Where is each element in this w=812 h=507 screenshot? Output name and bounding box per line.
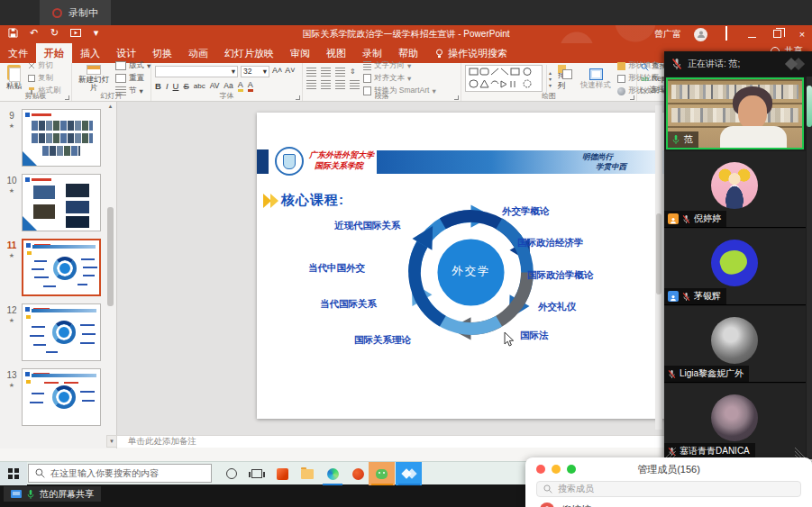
clipboard-dialog-launcher[interactable] (65, 95, 69, 100)
font-size-combo[interactable]: 32▾ (241, 66, 269, 77)
columns-button[interactable] (350, 80, 360, 89)
paste-button[interactable]: 粘贴 (4, 65, 24, 92)
participant-tile[interactable]: 塞语青青DANICA (664, 384, 806, 459)
slides-group: 新建幻灯片 版式 ▾ 重置 节 ▾ 幻灯片 (72, 63, 151, 101)
minimize-button[interactable] (745, 29, 758, 40)
align-left-button[interactable] (306, 80, 316, 89)
account-name[interactable]: 曾广富 (654, 28, 681, 41)
grow-font-button[interactable]: A˄ (272, 66, 282, 77)
thumbnail-slide-12[interactable]: 12 ★ (2, 303, 116, 361)
member-search-input[interactable]: 搜索成员 (536, 481, 801, 497)
align-right-button[interactable] (335, 80, 345, 89)
restore-button[interactable] (771, 29, 783, 40)
bold-button[interactable]: B (155, 81, 161, 91)
italic-button[interactable]: I (166, 81, 169, 91)
wechat-app-button[interactable] (369, 462, 395, 485)
animation-star-icon: ★ (9, 187, 14, 195)
recording-indicator[interactable]: 录制中 (40, 0, 111, 25)
shapes-gallery-scroll[interactable]: ▴▾▾ (546, 65, 552, 92)
select-button[interactable]: ▷选择 (641, 85, 667, 95)
notes-area[interactable]: 单击此处添加备注 (117, 435, 664, 448)
participant-tile[interactable]: 倪婷婷 (664, 151, 806, 228)
tell-me-search[interactable]: 操作说明搜索 (426, 43, 516, 63)
copy-button[interactable]: 复制 (28, 73, 61, 84)
shape-outline-icon (617, 75, 625, 83)
strikethrough-button[interactable]: S (183, 81, 188, 91)
panel-scrollbar[interactable] (807, 77, 812, 459)
new-slide-button[interactable]: 新建幻灯片 (76, 65, 112, 92)
shadow-button[interactable]: abc (194, 82, 205, 90)
text-direction-icon (363, 61, 371, 70)
shapes-gallery[interactable] (465, 65, 543, 92)
thumbnail-slide-13[interactable]: 13 ★ (2, 368, 116, 426)
thumbnail-image (22, 303, 101, 361)
font-name-combo[interactable]: ▾ (155, 66, 238, 77)
tab-animations[interactable]: 动画 (180, 43, 216, 63)
tab-slideshow[interactable]: 幻灯片放映 (216, 43, 282, 63)
close-button[interactable]: × (796, 29, 808, 40)
thumbnail-slide-11-selected[interactable]: 11 ★ (2, 239, 116, 296)
underline-button[interactable]: U (173, 81, 179, 91)
slide-number: 9 (9, 111, 14, 121)
thumbnail-scrollbar[interactable]: ▲ ▼ (106, 104, 114, 446)
tab-insert[interactable]: 插入 (72, 43, 108, 63)
edge-browser-button[interactable] (320, 462, 345, 485)
replace-button[interactable]: abRep (641, 74, 667, 83)
active-indicator (398, 484, 420, 485)
cortana-button[interactable] (219, 462, 244, 485)
scrollbar-thumb[interactable] (107, 207, 114, 306)
slide-number: 13 (6, 370, 16, 380)
member-list-item[interactable]: 倪婷婷 (540, 502, 591, 507)
cut-button[interactable]: 剪切 (28, 60, 61, 71)
speaker-video-tile[interactable]: 范 (666, 77, 804, 149)
tab-review[interactable]: 审阅 (282, 43, 318, 63)
numbering-button[interactable] (321, 68, 331, 77)
font-dialog-launcher[interactable] (296, 95, 300, 100)
ribbon-display-options-button[interactable] (720, 29, 733, 40)
screen-share-badge[interactable]: 范的屏幕共享 (4, 486, 101, 502)
file-explorer-button[interactable] (295, 462, 320, 485)
indent-more-button[interactable] (335, 68, 345, 77)
participant-tile[interactable]: 茅银辉 (664, 229, 806, 305)
participant-tile[interactable]: Ligia黎鑫妮广外 (664, 306, 806, 383)
align-center-button[interactable] (321, 80, 331, 89)
arrange-button[interactable]: 排列 (555, 65, 574, 92)
cortana-icon (226, 468, 237, 479)
quick-styles-button[interactable]: 快速样式 (578, 65, 614, 92)
panel-scrollbar-thumb[interactable] (807, 86, 812, 127)
font-color-button[interactable]: A (248, 80, 253, 92)
thumbnail-slide-9[interactable]: 9 ★ (2, 109, 116, 167)
layout-button[interactable]: 版式 ▾ (115, 60, 151, 71)
find-button[interactable]: 查找 (641, 61, 667, 72)
scroll-up-icon[interactable]: ▲ (106, 104, 114, 109)
editor-scrollbar[interactable] (655, 105, 662, 430)
shrink-font-button[interactable]: A˅ (285, 66, 295, 77)
bullets-button[interactable] (306, 68, 316, 77)
reset-button[interactable]: 重置 (115, 73, 151, 84)
task-view-button[interactable] (244, 462, 269, 485)
manage-members-window: 管理成员(156) 搜索成员 倪婷婷 (525, 457, 812, 507)
thumbnail-slide-10[interactable]: 10 ★ (2, 174, 116, 231)
paragraph-dialog-launcher[interactable] (454, 95, 459, 100)
drawing-dialog-launcher[interactable] (630, 95, 634, 100)
slide-number: 10 (6, 176, 16, 186)
office-app-button[interactable] (269, 462, 295, 485)
chevron-icon (270, 194, 278, 208)
text-direction-button[interactable]: 文字方向 ▾ (363, 60, 436, 71)
highlight-color-button[interactable]: A (238, 80, 243, 92)
account-avatar[interactable] (694, 28, 707, 41)
notes-collapse-button[interactable]: ▼ (106, 435, 117, 448)
char-spacing-button[interactable]: AV (210, 81, 220, 90)
start-button[interactable] (0, 462, 27, 485)
align-text-button[interactable]: 对齐文本 ▾ (363, 73, 436, 84)
slide-canvas[interactable]: 广东外语外贸大学 国际关系学院 明德尚行 学贯中西 核心课程: (257, 113, 664, 419)
meeting-app-button[interactable] (396, 462, 422, 485)
line-spacing-button[interactable]: ⇕ (350, 68, 356, 77)
scrollbar-thumb[interactable] (656, 213, 661, 294)
change-case-button[interactable]: Aa (224, 81, 233, 90)
powerpoint-app-button[interactable] (345, 462, 370, 485)
member-name: 倪婷婷 (561, 503, 591, 507)
taskbar-search-input[interactable]: 在这里输入你要搜索的内容 (28, 464, 212, 483)
tab-view[interactable]: 视图 (318, 43, 354, 63)
quick-styles-icon (589, 68, 603, 80)
